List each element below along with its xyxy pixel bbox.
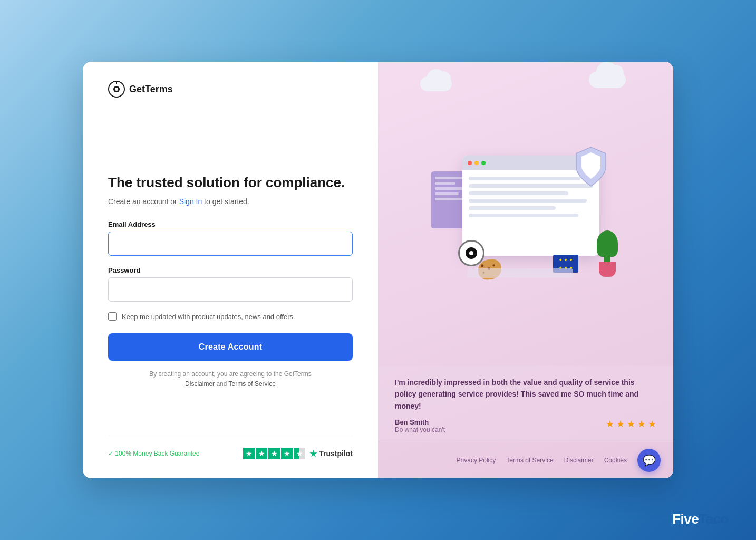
footer-tos-link[interactable]: Terms of Service xyxy=(506,457,553,464)
dot-red xyxy=(468,161,472,165)
star-3: ★ xyxy=(268,448,280,459)
logo-area: GetTerms xyxy=(108,81,353,98)
watermark-part1: Five xyxy=(672,511,699,527)
main-illustration: ★ ★ ★ ★ ★ ★ xyxy=(431,140,621,287)
trustpilot-stars: ★ ★ ★ ★ ★ xyxy=(243,448,305,459)
testimonial-area: I'm incredibly impressed in both the val… xyxy=(378,366,673,442)
password-input[interactable] xyxy=(108,277,353,302)
create-account-button[interactable]: Create Account xyxy=(108,333,353,361)
support-button[interactable]: 💬 xyxy=(637,449,661,472)
author-role: Do what you can't xyxy=(395,426,445,433)
password-label: Password xyxy=(108,266,353,274)
main-card: GetTerms The trusted solution for compli… xyxy=(83,62,673,478)
star-1: ★ xyxy=(243,448,255,459)
keyboard-hint xyxy=(468,268,573,278)
page-headline: The trusted solution for compliance. xyxy=(108,174,353,192)
testimonial-text: I'm incredibly impressed in both the val… xyxy=(395,377,656,412)
money-back-guarantee: ✓ 100% Money Back Guarantee xyxy=(108,450,199,457)
disclaimer-link[interactable]: Disclaimer xyxy=(185,380,215,388)
email-input[interactable] xyxy=(108,232,353,256)
checkbox-row: Keep me updated with product updates, ne… xyxy=(108,312,353,321)
logo-icon xyxy=(108,81,125,98)
rating-star-3: ★ xyxy=(627,418,635,430)
footer-privacy-link[interactable]: Privacy Policy xyxy=(457,457,496,464)
svg-point-2 xyxy=(115,88,118,91)
shield-illustration xyxy=(572,145,610,188)
tos-link[interactable]: Terms of Service xyxy=(229,380,276,388)
dot-yellow xyxy=(474,161,479,165)
subheadline: Create an account or Sign In to get star… xyxy=(108,197,353,206)
footer-disclaimer-link[interactable]: Disclaimer xyxy=(564,457,594,464)
watermark-part2: Taco xyxy=(699,511,729,527)
checkbox-label: Keep me updated with product updates, ne… xyxy=(122,313,295,321)
rating-star-5: ★ xyxy=(648,418,656,430)
rating-star-1: ★ xyxy=(606,418,614,430)
author-name: Ben Smith xyxy=(395,418,445,426)
testimonial-row: Ben Smith Do what you can't ★ ★ ★ ★ ★ xyxy=(395,418,656,433)
cloud-left xyxy=(420,76,452,91)
left-panel: GetTerms The trusted solution for compli… xyxy=(83,62,378,478)
form-area: The trusted solution for compliance. Cre… xyxy=(108,98,353,435)
star-2: ★ xyxy=(256,448,267,459)
footer-cookies-link[interactable]: Cookies xyxy=(604,457,627,464)
email-label: Email Address xyxy=(108,220,353,228)
left-footer: ✓ 100% Money Back Guarantee ★ ★ ★ ★ ★ ★ … xyxy=(108,435,353,459)
rating-stars: ★ ★ ★ ★ ★ xyxy=(606,418,656,430)
illustration-area: ★ ★ ★ ★ ★ ★ xyxy=(378,62,673,366)
fivetaco-watermark: FiveTaco xyxy=(672,511,729,527)
rating-star-4: ★ xyxy=(637,418,646,430)
pupil xyxy=(466,247,477,259)
updates-checkbox[interactable] xyxy=(108,312,117,321)
trustpilot-logo: ★ Trustpilot xyxy=(309,449,353,459)
terms-text: By creating an account, you are agreeing… xyxy=(108,369,353,389)
chat-icon: 💬 xyxy=(643,454,656,467)
plant-illustration xyxy=(597,230,618,277)
rating-star-2: ★ xyxy=(616,418,625,430)
right-footer: Privacy Policy Terms of Service Disclaim… xyxy=(378,442,673,478)
cloud-right xyxy=(589,71,626,88)
trustpilot-area: ★ ★ ★ ★ ★ ★ Trustpilot xyxy=(243,448,353,459)
logo-text: GetTerms xyxy=(129,84,173,95)
sign-in-link[interactable]: Sign In xyxy=(179,197,202,206)
right-panel: ★ ★ ★ ★ ★ ★ xyxy=(378,62,673,478)
dot-green xyxy=(481,161,486,165)
author-info: Ben Smith Do what you can't xyxy=(395,418,445,433)
star-5: ★ xyxy=(294,448,305,459)
star-4: ★ xyxy=(281,448,293,459)
